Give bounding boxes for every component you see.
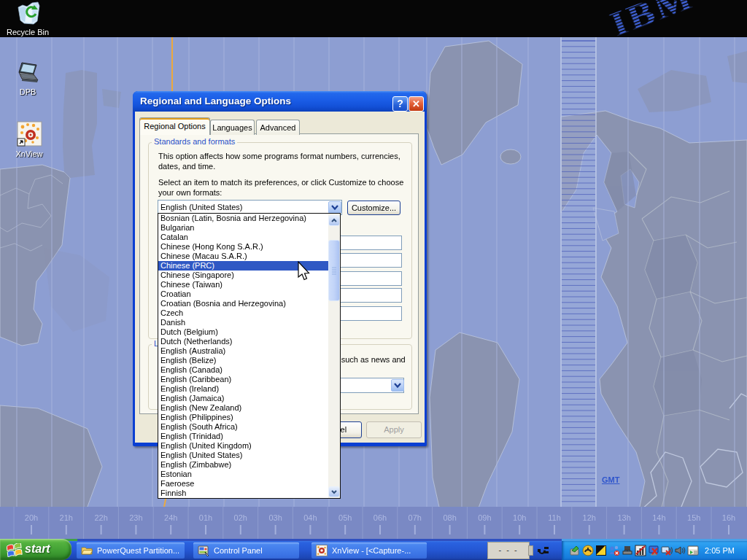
svg-text:15h: 15h xyxy=(687,513,700,522)
svg-text:16h: 16h xyxy=(722,513,735,522)
svg-text:02h: 02h xyxy=(234,513,247,522)
svg-text:12h: 12h xyxy=(583,513,596,522)
svg-text:21h: 21h xyxy=(60,513,73,522)
svg-text:11h: 11h xyxy=(548,513,561,522)
svg-text:14h: 14h xyxy=(652,513,665,522)
svg-text:03h: 03h xyxy=(268,513,282,522)
svg-text:23h: 23h xyxy=(129,513,142,522)
svg-text:22h: 22h xyxy=(94,513,107,522)
svg-text:13h: 13h xyxy=(617,513,630,522)
svg-text:05h: 05h xyxy=(338,513,352,522)
svg-text:10h: 10h xyxy=(513,513,526,522)
svg-text:01h: 01h xyxy=(199,513,212,522)
svg-text:08h: 08h xyxy=(443,513,456,522)
svg-text:04h: 04h xyxy=(303,513,317,522)
svg-text:09h: 09h xyxy=(478,513,491,522)
svg-text:07h: 07h xyxy=(409,513,422,522)
svg-text:06h: 06h xyxy=(374,513,387,522)
svg-text:24h: 24h xyxy=(164,513,177,522)
svg-text:20h: 20h xyxy=(25,513,38,522)
svg-text:GMT: GMT xyxy=(602,475,620,484)
